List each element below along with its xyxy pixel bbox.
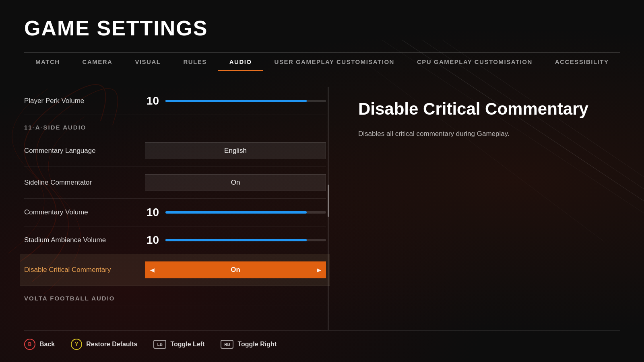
settings-panel: Player Perk Volume 10 11-A-SIDE AUDIO Co… (24, 87, 326, 330)
lb-button-icon[interactable]: LB (153, 340, 166, 349)
info-panel: Disable Critical Commentary Disables all… (326, 87, 620, 330)
setting-stadium-ambience[interactable]: Stadium Ambience Volume 10 (24, 226, 326, 254)
commentary-volume-control[interactable]: 10 (145, 206, 326, 219)
commentary-volume-fill (165, 211, 307, 214)
main-content: GAME SETTINGS MATCH CAMERA VISUAL RULES … (0, 0, 644, 362)
back-label: Back (39, 341, 55, 348)
player-perk-volume-value: 10 (145, 95, 159, 107)
b-button-icon[interactable]: B (24, 339, 35, 350)
section-volta: VOLTA FOOTBALL AUDIO (24, 286, 326, 306)
tab-navigation: MATCH CAMERA VISUAL RULES AUDIO USER GAM… (24, 52, 620, 71)
stadium-ambience-label: Stadium Ambience Volume (24, 236, 137, 244)
toggle-right-label: Toggle Right (237, 341, 277, 348)
disable-critical-commentary-control[interactable]: ◀ On ▶ (145, 261, 326, 278)
info-description: Disables all critical commentary during … (358, 128, 527, 139)
disable-critical-commentary-label: Disable Critical Commentary (24, 266, 137, 274)
page-title: GAME SETTINGS (24, 16, 620, 40)
setting-commentary-language[interactable]: Commentary Language English (24, 135, 326, 167)
back-action[interactable]: B Back (24, 339, 55, 350)
toggle-left-label: Toggle Left (170, 341, 204, 348)
player-perk-volume-fill (165, 100, 307, 102)
bottom-bar: B Back Y Restore Defaults LB Toggle Left… (24, 330, 620, 350)
setting-commentary-volume[interactable]: Commentary Volume 10 (24, 199, 326, 226)
section-11aside: 11-A-SIDE AUDIO (24, 115, 326, 135)
tab-accessibility[interactable]: ACCESSIBILITY (544, 53, 620, 71)
main-area: Player Perk Volume 10 11-A-SIDE AUDIO Co… (24, 87, 620, 330)
tab-rules[interactable]: RULES (172, 53, 218, 71)
info-title: Disable Critical Commentary (358, 99, 596, 119)
setting-player-perk-volume[interactable]: Player Perk Volume 10 (24, 87, 326, 115)
sideline-commentator-label: Sideline Commentator (24, 179, 137, 187)
stadium-ambience-value: 10 (145, 234, 159, 247)
toggle-value: On (159, 266, 312, 274)
toggle-left-arrow-icon[interactable]: ◀ (145, 261, 159, 278)
player-perk-volume-control[interactable]: 10 (145, 95, 326, 107)
sideline-commentator-control[interactable]: On (145, 174, 326, 191)
tab-cpu-gameplay[interactable]: CPU GAMEPLAY CUSTOMISATION (406, 53, 544, 71)
commentary-language-label: Commentary Language (24, 147, 137, 155)
commentary-language-control[interactable]: English (145, 142, 326, 159)
tab-camera[interactable]: CAMERA (71, 53, 124, 71)
toggle-right-arrow-icon[interactable]: ▶ (312, 261, 326, 278)
tab-audio[interactable]: AUDIO (218, 53, 263, 71)
sideline-commentator-value[interactable]: On (145, 174, 326, 191)
rb-button-icon[interactable]: RB (221, 340, 233, 349)
y-button-icon[interactable]: Y (71, 339, 82, 350)
restore-defaults-label: Restore Defaults (86, 341, 137, 348)
setting-disable-critical-commentary[interactable]: Disable Critical Commentary ◀ On ▶ (20, 254, 330, 286)
commentary-volume-label: Commentary Volume (24, 208, 137, 216)
tab-user-gameplay[interactable]: USER GAMEPLAY CUSTOMISATION (263, 53, 406, 71)
stadium-ambience-fill (165, 239, 307, 241)
toggle-control[interactable]: ◀ On ▶ (145, 261, 326, 278)
restore-defaults-action[interactable]: Y Restore Defaults (71, 339, 137, 350)
commentary-volume-slider[interactable] (165, 211, 326, 214)
stadium-ambience-control[interactable]: 10 (145, 234, 326, 247)
stadium-ambience-slider[interactable] (165, 239, 326, 241)
player-perk-volume-slider[interactable] (165, 100, 326, 102)
scrollbar-thumb[interactable] (328, 185, 329, 217)
toggle-right-action[interactable]: RB Toggle Right (221, 340, 277, 349)
tab-visual[interactable]: VISUAL (124, 53, 172, 71)
commentary-volume-value: 10 (145, 206, 159, 219)
player-perk-volume-label: Player Perk Volume (24, 97, 137, 105)
scrollbar[interactable] (328, 87, 329, 330)
setting-sideline-commentator[interactable]: Sideline Commentator On (24, 167, 326, 199)
commentary-language-value[interactable]: English (145, 142, 326, 159)
toggle-left-action[interactable]: LB Toggle Left (153, 340, 204, 349)
tab-match[interactable]: MATCH (24, 53, 71, 71)
